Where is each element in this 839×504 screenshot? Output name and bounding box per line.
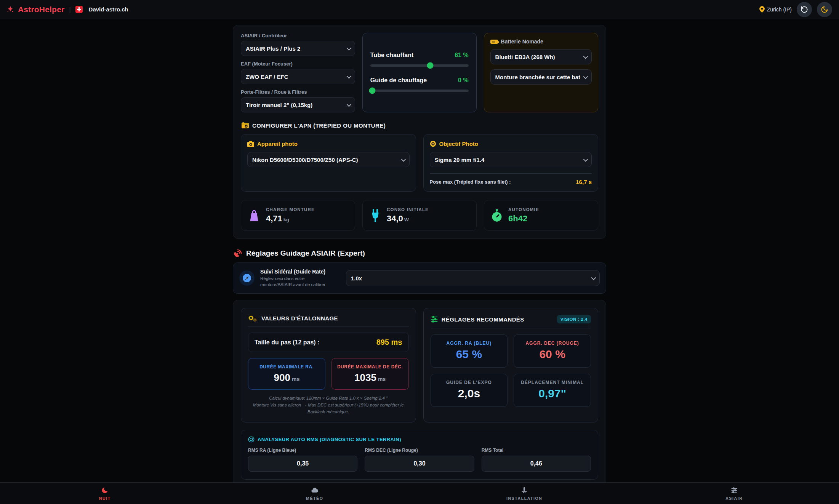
lens-select[interactable]: Sigma 20 mm f/1.4	[430, 152, 592, 167]
location-label: Zurich (IP)	[767, 6, 792, 13]
nav-item-meteo[interactable]: MÉTÉO	[210, 483, 420, 504]
chevron-down-icon	[401, 157, 406, 162]
guide-heater-value: 0 %	[458, 77, 469, 84]
theme-toggle-button[interactable]	[817, 2, 832, 17]
chevron-down-icon	[591, 275, 596, 280]
pose-max-value: 16,7 s	[576, 179, 592, 185]
aggr-dec-label: AGGR. DEC (ROUGE)	[518, 341, 587, 346]
max-duration-ra-label: DURÉE MAXIMALE RA.	[252, 364, 321, 370]
nav-item-nuit[interactable]: NUIT	[0, 483, 210, 504]
rms-total-input[interactable]	[482, 456, 591, 472]
aggr-ra-box: AGGR. RA (BLEU) 65 %	[431, 334, 508, 368]
stat-value: 6h42	[508, 214, 527, 223]
nav-item-installation[interactable]: INSTALLATION	[420, 483, 629, 504]
moon-icon	[101, 486, 109, 494]
rms-total-label: RMS Total	[482, 448, 591, 453]
stat-unit: kg	[283, 217, 289, 222]
nav-label: INSTALLATION	[506, 496, 543, 501]
guide-expo-value: 2,0s	[435, 387, 504, 400]
battery-model-select[interactable]: Bluetti EB3A (268 Wh)	[490, 49, 592, 64]
rms-ra-label: RMS RA (Ligne Bleue)	[248, 448, 357, 453]
aggr-dec-value: 60 %	[518, 348, 587, 361]
stat-label: CONSO INITIALE	[387, 207, 429, 212]
step-size-value: 895 ms	[376, 338, 402, 347]
min-move-box: DÉPLACEMENT MINIMAL 0,97"	[514, 374, 591, 407]
calibration-title: VALEURS D'ÉTALONNAGE	[261, 315, 338, 322]
aggr-ra-label: AGGR. RA (BLEU)	[435, 341, 504, 346]
rms-total-field: RMS Total	[482, 448, 591, 472]
autonomy-stat: AUTONOMIE 6h42	[484, 200, 598, 231]
nav-item-asiair[interactable]: ASIAIR	[629, 483, 839, 504]
stat-label: AUTONOMIE	[508, 207, 539, 212]
max-duration-dec-box: DURÉE MAXIMALE DE DÉC. 1035ms	[331, 358, 409, 390]
apn-section-title: CONFIGURER L'APN (TRÉPIED OU MONTURE)	[252, 122, 386, 129]
sliders-icon	[431, 315, 438, 323]
battery-mount-select[interactable]: Monture branchée sur cette bat	[490, 69, 592, 85]
lens-card-title: Objectif Photo	[439, 141, 479, 147]
chevron-down-icon	[583, 54, 588, 59]
mount-load-stat: CHARGE MONTURE 4,71kg	[241, 200, 355, 231]
sidereal-rate-card: Suivi Sidéral (Guide Rate) Réglez ceci d…	[233, 262, 606, 294]
calibration-note-line1: Calcul dynamique: 120mm × Guide Rate 1.0…	[248, 395, 409, 402]
location-indicator: Zurich (IP)	[759, 6, 792, 13]
recommended-card: RÉGLAGES RECOMMANDÉS VISION : 2,4 AGGR. …	[423, 308, 599, 422]
brand-separator: |	[69, 6, 70, 13]
controller-column: ASIAIR / Contrôleur ASIAIR Plus / Plus 2…	[241, 33, 355, 112]
filter-select[interactable]: Tiroir manuel 2" (0,15kg)	[241, 97, 355, 112]
camera-select[interactable]: Nikon D5600/D5300/D7500/Z50 (APS-C)	[247, 152, 410, 167]
vision-badge: VISION : 2,4	[557, 315, 591, 323]
guide-heater-label: Guide de chauffage	[370, 77, 427, 84]
max-duration-dec-unit: ms	[378, 376, 386, 382]
max-duration-dec-label: DURÉE MAXIMALE DE DÉC.	[336, 364, 405, 370]
tube-heater-slider[interactable]	[370, 62, 469, 69]
sidereal-rate-subtitle: Réglez ceci dans votre monture/ASIAIR av…	[260, 276, 333, 288]
battery-mount-value: Monture branchée sur cette bat	[495, 74, 580, 80]
stat-value: 34,0	[387, 214, 403, 223]
guide-rate-value: 1.0x	[351, 275, 588, 282]
cloud-icon	[311, 486, 319, 494]
lens-icon	[430, 141, 436, 147]
controller-label: ASIAIR / Contrôleur	[241, 33, 355, 38]
aggr-ra-value: 65 %	[435, 348, 504, 361]
eaf-select[interactable]: ZWO EAF / EFC	[241, 69, 355, 84]
guide-expo-label: GUIDE DE L'EXPO	[435, 380, 504, 385]
nav-label: ASIAIR	[725, 496, 743, 501]
guide-expo-box: GUIDE DE L'EXPO 2,0s	[431, 374, 508, 407]
pose-max-label: Pose max (Trépied fixe sans filet) :	[430, 179, 511, 185]
slider-thumb[interactable]	[427, 62, 434, 69]
site-name: David-astro.ch	[89, 6, 128, 13]
controller-select[interactable]: ASIAIR Plus / Plus 2	[241, 41, 355, 56]
filter-value: Tiroir manuel 2" (0,15kg)	[246, 102, 344, 108]
moon-icon	[821, 6, 828, 13]
rms-dec-field: RMS DEC (Ligne Rouge)	[365, 448, 474, 472]
lens-value: Sigma 20 mm f/1.4	[435, 157, 581, 163]
max-duration-ra-unit: ms	[292, 376, 299, 382]
nav-label: MÉTÉO	[306, 496, 323, 501]
camera-value: Nikon D5600/D5300/D7500/Z50 (APS-C)	[252, 157, 398, 163]
calibration-note-line2: Monture Vis sans aileron → Max DEC est s…	[248, 402, 409, 416]
chevron-down-icon	[583, 157, 588, 162]
chevron-down-icon	[583, 74, 588, 79]
min-move-value: 0,97"	[518, 387, 587, 400]
battery-model-value: Bluetti EB3A (268 Wh)	[495, 54, 580, 60]
rms-dec-input[interactable]	[365, 456, 474, 472]
chevron-down-icon	[346, 74, 351, 78]
rms-ra-input[interactable]	[248, 456, 357, 472]
chevron-down-icon	[346, 45, 351, 50]
camera-retro-icon	[242, 122, 249, 129]
guide-rate-select[interactable]: 1.0x	[346, 270, 600, 286]
camera-icon	[247, 141, 254, 147]
rms-analyzer-card: ANALYSEUR AUTO RMS (DIAGNOSTIC SUR LE TE…	[241, 430, 598, 480]
guide-heater-slider[interactable]	[370, 88, 469, 94]
sliders-icon	[730, 486, 738, 494]
lens-card: Objectif Photo Sigma 20 mm f/1.4 Pose ma…	[423, 134, 599, 192]
max-duration-ra-box: DURÉE MAXIMALE RA. 900ms	[248, 358, 325, 390]
app-title: AstroHelper	[18, 5, 64, 14]
location-pin-icon	[759, 6, 765, 13]
swiss-flag-icon	[75, 6, 83, 13]
slider-thumb[interactable]	[369, 87, 375, 94]
stopwatch-icon	[491, 209, 503, 222]
min-move-label: DÉPLACEMENT MINIMAL	[518, 380, 587, 385]
reset-button[interactable]	[797, 2, 812, 17]
stat-label: CHARGE MONTURE	[266, 207, 315, 212]
